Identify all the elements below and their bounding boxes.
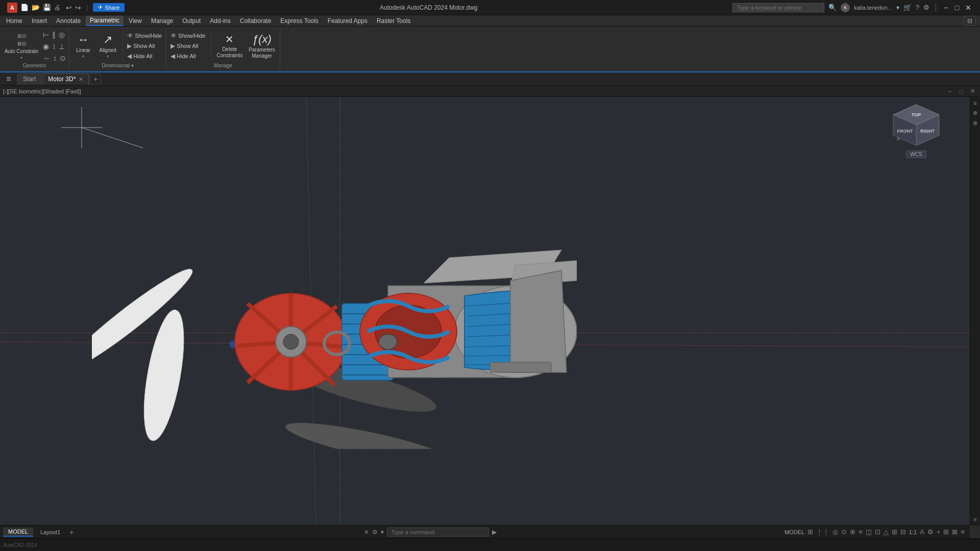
snap-icon[interactable]: ⋮⋮ (816, 528, 829, 536)
menu-home[interactable]: Home (2, 16, 27, 26)
menu-collaborate[interactable]: Collaborate (236, 16, 275, 26)
cmd-settings-icon[interactable]: ⚙ (372, 529, 378, 536)
vp-close-icon[interactable]: ✕ (968, 87, 977, 96)
dim-show-hide-button[interactable]: 👁 Show/Hide (125, 31, 164, 40)
selcycling-icon[interactable]: ⊡ (875, 528, 880, 536)
geo-btn-3[interactable]: ◎ (58, 30, 66, 40)
cmd-dropdown-icon[interactable]: ▾ (381, 529, 384, 536)
nav-layout1-tab[interactable]: Layout1 (35, 528, 65, 536)
menu-parametric[interactable]: Parametric (86, 16, 124, 26)
ribbon-toggle[interactable]: ⊟ (964, 16, 976, 26)
tab-motor-3d[interactable]: Motor 3D* ✕ (42, 73, 89, 85)
workspace-icon[interactable]: ⚙ (927, 528, 934, 536)
menu-raster[interactable]: Raster Tools (373, 16, 414, 26)
shop-icon[interactable]: 🛒 (903, 4, 912, 11)
lineweight-icon[interactable]: ≡ (859, 528, 863, 536)
geo-btn-1[interactable]: ⊢ (42, 30, 50, 40)
vp-minimize-icon[interactable]: − (945, 87, 954, 96)
dim-show-all-button[interactable]: ▶ Show All (125, 41, 164, 51)
annotation-icon[interactable]: A (920, 528, 924, 536)
rt-btn-3[interactable]: ⊗ (972, 119, 978, 128)
delete-constraints-button[interactable]: ✕ DeleteConstraints (214, 30, 246, 62)
model-label: MODEL (785, 529, 804, 535)
help-icon[interactable]: ? (916, 4, 919, 11)
zoom-plus-icon[interactable]: + (937, 528, 941, 536)
transparency-icon[interactable]: ◫ (866, 528, 872, 536)
search-icon[interactable]: 🔍 (828, 4, 837, 11)
cmd-arrow-icon[interactable]: ▶ (492, 529, 497, 536)
app-icon[interactable]: A (7, 3, 17, 13)
geo-btn-6[interactable]: ⊥ (58, 41, 66, 52)
new-icon[interactable]: 📄 (20, 4, 29, 11)
zoom-full-icon[interactable]: ⊞ (943, 528, 949, 536)
geo-btn-2[interactable]: ∥ (51, 30, 57, 40)
open-icon[interactable]: 📂 (32, 4, 40, 11)
rt-btn-1[interactable]: ≡ (972, 99, 977, 107)
share-button[interactable]: ✈ Share (93, 3, 125, 12)
dynin-icon[interactable]: ⊟ (900, 528, 906, 536)
menu-view[interactable]: View (125, 16, 146, 26)
manage-show-hide-button[interactable]: 👁 Show/Hide (168, 31, 207, 40)
3dosnap-icon[interactable]: △ (884, 528, 889, 536)
osnap-icon[interactable]: ⊙ (841, 528, 847, 536)
redo-icon[interactable]: ↪ (75, 4, 81, 12)
geo-btn-4[interactable]: ◉ (42, 41, 50, 52)
otrack-icon[interactable]: ⊕ (850, 528, 855, 536)
user-dropdown-icon[interactable]: ▾ (896, 4, 899, 11)
dynucs-icon[interactable]: ⊞ (892, 528, 897, 536)
polar-icon[interactable]: ◎ (832, 528, 838, 536)
vp-maximize-icon[interactable]: □ (957, 87, 966, 96)
save-icon[interactable]: 💾 (43, 4, 51, 11)
command-input[interactable] (387, 528, 489, 537)
geo-btn-9[interactable]: ⊙ (59, 53, 67, 63)
hamburger-menu[interactable]: ≡ (3, 73, 14, 85)
linear-button[interactable]: ↔ Linear ▾ (71, 30, 95, 62)
settings-icon[interactable]: ⚙ (923, 4, 929, 11)
geo-btn-7[interactable]: ↔ (42, 53, 51, 63)
main-viewport[interactable]: TOP RIGHT FRONT S WCS (0, 97, 970, 525)
menu-addins[interactable]: Add-ins (206, 16, 235, 26)
menu-express[interactable]: Express Tools (276, 16, 322, 26)
menu-output[interactable]: Output (178, 16, 205, 26)
minimize-button[interactable]: − (942, 4, 949, 11)
rt-btn-bottom[interactable]: ≡ (972, 515, 977, 523)
maximize-button[interactable]: □ (953, 4, 961, 11)
custimize-icon[interactable]: ≡ (961, 528, 965, 536)
rt-btn-2[interactable]: ⊕ (972, 109, 978, 117)
svg-text:TOP: TOP (912, 112, 921, 117)
new-tab-button[interactable]: + (90, 73, 101, 85)
tab-start[interactable]: Start (17, 73, 41, 85)
aligned-button[interactable]: ↗ Aligned ▾ (96, 30, 119, 62)
close-button[interactable]: ✕ (965, 4, 972, 11)
nav-add-layout[interactable]: + (67, 528, 76, 536)
tab-motor-close[interactable]: ✕ (79, 76, 83, 83)
auto-constrain-button[interactable]: ⊞ ⊡ ⊠ ⊟ Auto Constrain ▾ (2, 30, 41, 63)
ribbon-group-dimensional: ↔ Linear ▾ ↗ Aligned ▾ 👁 Show/Hide ▶ Sho… (69, 29, 166, 69)
menu-manage[interactable]: Manage (147, 16, 177, 26)
dim-hide-all-button[interactable]: ◀ Hide All (125, 52, 164, 61)
manage-hide-all-button[interactable]: ◀ Hide All (168, 52, 207, 61)
search-input[interactable] (732, 3, 824, 12)
grid-icon[interactable]: ⊞ (807, 528, 813, 536)
cmd-lock-icon[interactable]: ✕ (364, 529, 369, 536)
manage-show-all-button[interactable]: ▶ Show All (168, 41, 207, 51)
menu-insert[interactable]: Insert (28, 16, 51, 26)
wcs-label[interactable]: WCS (906, 151, 926, 158)
user-name[interactable]: kaila.tenedon... (854, 5, 892, 11)
manage-group-label: Manage (166, 63, 279, 68)
dimensional-expand[interactable]: ▾ (131, 63, 134, 68)
fullscreen-icon[interactable]: ⊠ (952, 528, 958, 536)
undo-icon[interactable]: ↩ (66, 4, 72, 12)
nav-model-tab[interactable]: MODEL (3, 528, 33, 537)
viewcube[interactable]: TOP RIGHT FRONT S WCS (888, 102, 944, 159)
menu-annotate[interactable]: Annotate (52, 16, 85, 26)
geo-btn-8[interactable]: ↕ (52, 53, 58, 63)
geo-btn-5[interactable]: ⫶ (51, 41, 57, 52)
window-title: Autodesk AutoCAD 2024 Motor.dwg (380, 4, 477, 11)
print-icon[interactable]: 🖨 (54, 4, 61, 11)
tab-motor-label: Motor 3D* (48, 76, 76, 83)
menu-featured[interactable]: Featured Apps (324, 16, 372, 26)
params-manager-button[interactable]: ƒ(x) ParametersManager (246, 30, 278, 62)
svg-text:RIGHT: RIGHT (920, 129, 935, 134)
right-toolbar: ≡ ⊕ ⊗ ≡ (970, 97, 980, 525)
